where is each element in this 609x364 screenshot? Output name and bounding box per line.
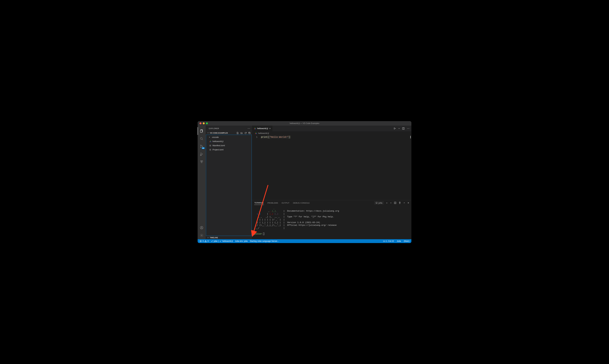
svg-point-21: [254, 129, 255, 129]
settings-activity-icon[interactable]: [198, 232, 206, 239]
editor-tabs: helloworld.jl × ⋯: [252, 126, 411, 131]
maximize-panel-icon[interactable]: [403, 202, 405, 204]
more-actions-icon[interactable]: ⋯: [407, 127, 409, 130]
svg-point-29: [256, 132, 256, 133]
panel-tab-terminal[interactable]: TERMINAL: [254, 201, 264, 205]
explorer-folder-header[interactable]: VS CODE EXAMPLES: [206, 131, 252, 135]
code-content[interactable]: print("Hello World!"): [261, 135, 291, 200]
tree-folder-vscode[interactable]: .vscode: [206, 135, 251, 139]
svg-point-10: [202, 160, 203, 162]
collapse-all-icon[interactable]: [248, 132, 251, 134]
svg-point-20: [210, 149, 211, 150]
svg-marker-24: [394, 128, 396, 129]
source-control-badge: 5K: [202, 147, 205, 149]
code-token-close-paren: ): [289, 136, 291, 139]
svg-point-17: [210, 142, 211, 142]
window-title: helloworld.jl — VS Code Examples: [290, 122, 319, 124]
accounts-activity-icon[interactable]: [198, 224, 206, 232]
search-activity-icon[interactable]: [198, 135, 206, 143]
run-debug-activity-icon[interactable]: [198, 150, 206, 158]
terminal-body[interactable]: _ _ _ _(_)_ | Documentation: https://doc…: [252, 206, 411, 239]
close-panel-icon[interactable]: ×: [408, 201, 409, 204]
sidebar-more-icon[interactable]: ⋯: [248, 127, 250, 130]
shell-label: julia: [378, 202, 382, 204]
tree-item-label: Project.toml: [212, 148, 223, 151]
status-language-server[interactable]: Starting Julia Language Server...: [250, 240, 279, 242]
close-tab-icon[interactable]: ×: [269, 127, 271, 130]
status-julia-env[interactable]: Julia env: julia: [235, 240, 248, 242]
svg-line-3: [202, 139, 203, 140]
tree-item-label: helloworld.jl: [212, 140, 223, 143]
maximize-window-button[interactable]: [206, 122, 208, 124]
tree-file-project[interactable]: Project.toml: [206, 148, 251, 152]
julia-prompt: julia>: [254, 233, 262, 235]
warning-count: 0: [208, 240, 209, 242]
status-julia-label[interactable]: julia | helloworld.jl: [211, 240, 233, 242]
new-folder-icon[interactable]: [240, 132, 243, 134]
svg-rect-1: [200, 130, 202, 132]
code-token-open-paren: (: [268, 136, 270, 139]
refresh-icon[interactable]: [244, 132, 247, 134]
terminal-shell-selector[interactable]: julia: [374, 201, 384, 204]
file-tree[interactable]: .vscode helloworld.jl Manifest.toml: [206, 135, 252, 236]
panel-tab-problems[interactable]: PROBLEMS: [267, 201, 278, 205]
extensions-activity-icon[interactable]: [198, 158, 206, 166]
panel-tab-output[interactable]: OUTPUT: [282, 201, 290, 205]
workspace-name: VS CODE EXAMPLES: [210, 132, 228, 134]
close-window-button[interactable]: [200, 122, 201, 124]
minimize-window-button[interactable]: [203, 122, 205, 124]
tree-item-label: Manifest.toml: [212, 144, 225, 147]
explorer-sidebar: EXPLORER ⋯ VS CODE EXAMPLES: [206, 126, 252, 239]
run-dropdown-icon[interactable]: [398, 128, 400, 129]
svg-point-18: [210, 141, 211, 141]
status-julia-scope[interactable]: (Main): [404, 240, 409, 242]
source-control-activity-icon[interactable]: 5K: [198, 143, 206, 150]
status-language-mode[interactable]: Julia: [397, 240, 401, 242]
chevron-down-icon: [207, 132, 209, 134]
tree-item-label: .vscode: [211, 136, 219, 138]
sidebar-title: EXPLORER: [209, 128, 219, 130]
terminal-cursor: [263, 233, 264, 235]
minimap-cursor: [410, 136, 411, 138]
julia-file-icon: [209, 140, 211, 143]
terminal-dropdown-icon[interactable]: [390, 202, 392, 204]
split-editor-icon[interactable]: [402, 127, 405, 130]
status-cursor-position[interactable]: Ln 1, Col 22: [383, 240, 394, 242]
svg-point-13: [201, 227, 202, 228]
line-number-gutter: 1: [252, 135, 261, 200]
svg-point-23: [255, 128, 255, 128]
status-errors-warnings[interactable]: 0 0: [200, 240, 209, 242]
term-doc-line: Documentation: https://docs.julialang.or…: [287, 210, 339, 212]
error-count: 0: [203, 240, 204, 242]
run-file-icon[interactable]: [393, 127, 396, 130]
activity-bar: 5K: [198, 126, 206, 239]
code-token-fn: print: [261, 136, 268, 138]
svg-point-27: [255, 133, 256, 134]
svg-point-16: [209, 142, 210, 142]
chevron-right-icon: [207, 237, 209, 239]
julia-file-icon: [254, 127, 256, 130]
code-editor[interactable]: 1 print("Hello World!"): [252, 135, 411, 200]
kill-terminal-icon[interactable]: [399, 202, 401, 204]
title-bar: helloworld.jl — VS Code Examples: [198, 121, 411, 126]
status-bar: 0 0 julia | helloworld.jl Julia env: jul…: [198, 239, 411, 243]
term-release-line: Official https://julialang.org/ release: [287, 224, 337, 226]
new-file-icon[interactable]: [236, 132, 239, 134]
gear-file-icon: [209, 144, 211, 147]
svg-point-5: [200, 147, 201, 148]
breadcrumb[interactable]: helloworld.jl: [252, 131, 411, 135]
tree-file-helloworld[interactable]: helloworld.jl: [206, 139, 251, 143]
new-terminal-icon[interactable]: ＋: [386, 201, 388, 204]
bottom-panel: TERMINAL PROBLEMS OUTPUT DEBUG CONSOLE j…: [252, 200, 411, 239]
tab-label: helloworld.jl: [257, 127, 268, 130]
split-terminal-icon[interactable]: [394, 202, 396, 204]
timeline-section[interactable]: TIMELINE: [206, 236, 252, 239]
tree-file-manifest[interactable]: Manifest.toml: [206, 143, 251, 148]
svg-point-4: [200, 145, 201, 145]
explorer-activity-icon[interactable]: [198, 127, 206, 135]
svg-point-19: [210, 145, 211, 146]
breadcrumb-label: helloworld.jl: [258, 132, 269, 134]
panel-tab-debug-console[interactable]: DEBUG CONSOLE: [293, 201, 310, 205]
code-token-string: "Hello World!": [270, 136, 289, 138]
editor-tab-helloworld[interactable]: helloworld.jl ×: [252, 126, 273, 131]
